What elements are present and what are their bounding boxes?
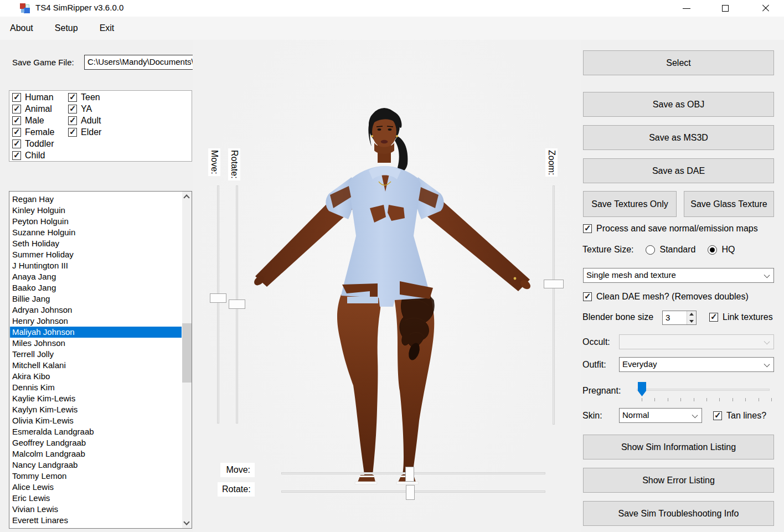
list-scrollbar[interactable] (182, 192, 192, 528)
filter-checkbox-teen[interactable] (68, 93, 77, 102)
filter-checkbox-animal[interactable] (12, 105, 21, 113)
list-item[interactable]: Nancy Landgraab (10, 459, 182, 471)
list-item[interactable]: Alice Lewis (10, 482, 182, 493)
list-item[interactable]: Regan Hay (10, 194, 182, 205)
mesh-mode-combobox[interactable]: Single mesh and texture (583, 268, 774, 283)
rotate-horizontal-slider-thumb[interactable] (406, 485, 415, 500)
rotate-vertical-slider-label: Rotate: (228, 148, 240, 180)
outfit-combobox[interactable]: Everyday (619, 357, 774, 372)
zoom-slider-thumb[interactable] (544, 280, 564, 288)
list-item[interactable]: J Huntington III (10, 260, 182, 271)
filter-row-ya: YA (68, 104, 92, 114)
filter-checkbox-toddler[interactable] (12, 140, 21, 148)
show-sim-information-button[interactable]: Show Sim Information Listing (583, 435, 774, 459)
list-item[interactable]: Geoffrey Landgraab (10, 437, 182, 448)
pregnant-slider-track[interactable] (637, 389, 770, 391)
list-item[interactable]: Maliyah Johnson (10, 327, 182, 338)
scroll-up-icon[interactable] (183, 194, 189, 200)
app-window: { "window": { "title": "TS4 SimRipper v3… (0, 0, 784, 532)
list-item[interactable]: Dennis Kim (10, 382, 182, 393)
list-item[interactable]: Mitchell Kalani (10, 360, 182, 371)
save-troubleshooting-button[interactable]: Save Sim Troubleshooting Info (583, 501, 774, 526)
minimize-button[interactable] (674, 0, 699, 17)
rotate-vertical-slider-thumb[interactable] (229, 299, 245, 309)
filter-row-teen: Teen (68, 92, 100, 102)
filter-checkbox-human[interactable] (12, 93, 21, 102)
scrollbar-thumb[interactable] (182, 323, 192, 383)
list-item[interactable]: Seth Holiday (10, 238, 182, 249)
save-as-obj-button[interactable]: Save as OBJ (583, 92, 774, 117)
list-item[interactable]: Terrell Jolly (10, 349, 182, 360)
minimize-icon (683, 8, 690, 9)
blender-bone-size-label: Blender bone size (582, 312, 653, 322)
move-vertical-slider-thumb[interactable] (210, 293, 226, 303)
close-button[interactable] (753, 0, 778, 17)
filter-label: Adult (81, 116, 101, 126)
window-title: TS4 SimRipper v3.6.0.0 (35, 3, 123, 12)
scroll-down-icon[interactable] (183, 519, 189, 525)
filter-row-elder: Elder (68, 127, 101, 137)
menu-item-setup[interactable]: Setup (51, 21, 81, 35)
list-item[interactable]: Anaya Jang (10, 271, 182, 282)
list-item[interactable]: Esmeralda Landgraab (10, 426, 182, 437)
filter-checkbox-female[interactable] (12, 128, 21, 137)
rotate-horizontal-slider-label: Rotate: (218, 482, 255, 497)
list-item[interactable]: Miles Johnson (10, 338, 182, 349)
menu-item-about[interactable]: About (7, 21, 37, 35)
move-horizontal-slider-thumb[interactable] (405, 467, 414, 482)
app-icon (20, 3, 30, 13)
list-item[interactable]: Kinley Holguin (10, 205, 182, 216)
filter-checkbox-adult[interactable] (68, 116, 77, 125)
list-item[interactable]: Olivia Kim-Lewis (10, 415, 182, 426)
filter-group: HumanAnimalMaleFemaleToddlerChildTeenYAA… (9, 90, 192, 162)
tan-lines-checkbox[interactable] (713, 411, 722, 420)
list-item[interactable]: Suzanne Holguin (10, 227, 182, 238)
list-item[interactable]: Peyton Holguin (10, 216, 182, 227)
list-item[interactable]: Billie Jang (10, 293, 182, 304)
filter-checkbox-male[interactable] (12, 116, 21, 125)
texture-standard-radio[interactable] (646, 245, 655, 255)
list-item[interactable]: Baako Jang (10, 282, 182, 293)
link-textures-checkbox[interactable] (709, 313, 718, 322)
save-as-ms3d-button[interactable]: Save as MS3D (583, 125, 774, 150)
save-as-dae-button[interactable]: Save as DAE (583, 158, 774, 183)
move-vertical-slider-track[interactable] (217, 185, 219, 423)
texture-hq-label: HQ (721, 245, 735, 255)
clean-dae-checkbox[interactable] (583, 292, 592, 301)
list-item[interactable]: Everett Linares (10, 515, 182, 526)
pregnant-label: Pregnant: (582, 386, 621, 396)
texture-hq-radio[interactable] (708, 245, 717, 255)
skin-combobox[interactable]: Normal (619, 408, 702, 423)
stepper-buttons[interactable] (687, 311, 696, 324)
list-item[interactable]: Malcolm Landgraab (10, 448, 182, 459)
menu-item-exit[interactable]: Exit (96, 21, 118, 35)
pregnant-slider-thumb[interactable] (638, 382, 646, 396)
filter-checkbox-ya[interactable] (68, 105, 77, 113)
skin-label: Skin: (582, 411, 602, 421)
filter-checkbox-child[interactable] (12, 151, 21, 160)
list-item[interactable]: Tommy Lemon (10, 471, 182, 482)
list-item[interactable]: Summer Holiday (10, 249, 182, 260)
pregnant-slider-ticks (642, 398, 772, 401)
filter-label: Human (25, 92, 54, 102)
list-item[interactable]: Akira Kibo (10, 371, 182, 382)
save-glass-texture-button[interactable]: Save Glass Texture (684, 191, 774, 217)
process-maps-checkbox[interactable] (583, 224, 592, 233)
filter-row-animal: Animal (12, 104, 52, 114)
filter-row-male: Male (12, 116, 44, 126)
show-error-listing-button[interactable]: Show Error Listing (583, 468, 774, 493)
list-item[interactable]: Henry Johnson (10, 316, 182, 327)
blender-bone-size-stepper[interactable]: 3 (662, 311, 697, 325)
zoom-slider-track[interactable] (553, 185, 555, 425)
maximize-button[interactable] (713, 0, 738, 17)
outfit-value: Everyday (622, 359, 657, 369)
select-button[interactable]: Select (583, 50, 774, 75)
save-textures-only-button[interactable]: Save Textures Only (583, 191, 677, 217)
list-item[interactable]: Vivian Lewis (10, 504, 182, 515)
list-item[interactable]: Kaylie Kim-Lewis (10, 393, 182, 404)
list-item[interactable]: Adryan Johnson (10, 304, 182, 316)
texture-standard-label: Standard (659, 245, 695, 255)
list-item[interactable]: Kaylyn Kim-Lewis (10, 404, 182, 415)
list-item[interactable]: Eric Lewis (10, 493, 182, 504)
filter-checkbox-elder[interactable] (68, 128, 77, 137)
